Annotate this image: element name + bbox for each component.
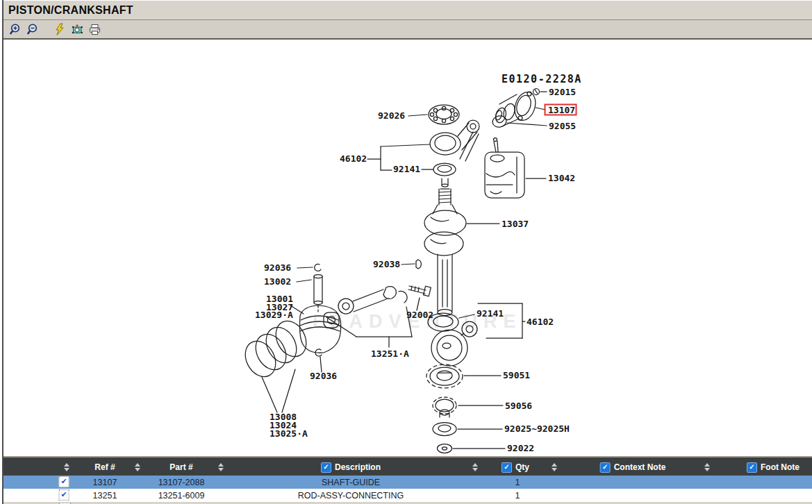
part-label-highlighted[interactable]: 13107 xyxy=(548,105,575,115)
zoom-out-button[interactable] xyxy=(25,22,40,37)
table-header: Ref # Part # Description Qty Context Not… xyxy=(3,456,812,477)
piston-crankshaft-diagram: LEADVENTURE E0120-2228A xyxy=(3,40,812,456)
parts-catalog-window: { "window": { "title": "PISTON/CRANKSHAF… xyxy=(0,0,812,504)
crankcase-block-13042 xyxy=(485,138,546,199)
part-label: 92036 xyxy=(310,371,337,381)
toolbar xyxy=(3,20,812,40)
cell-qty: 1 xyxy=(515,476,520,489)
crankshaft-13037 xyxy=(424,189,499,316)
parts-table: Ref # Part # Description Qty Context Not… xyxy=(3,456,812,504)
cell-part: 13107-2088 xyxy=(158,476,205,489)
gear-59056 xyxy=(433,397,503,417)
hotspot-parts-button[interactable] xyxy=(69,22,85,37)
column-header-part[interactable]: Part # xyxy=(169,457,192,477)
part-label: 13042 xyxy=(548,173,575,183)
part-label: 13002 xyxy=(264,276,291,287)
part-label: 92141 xyxy=(477,308,504,319)
drawing-code: E0120-2228A xyxy=(502,73,582,85)
cell-description: ROD-ASSY-CONNECTING xyxy=(298,489,404,502)
clip-92036-top xyxy=(297,264,321,271)
part-label: 92038 xyxy=(373,259,400,269)
checked-note-icon[interactable] xyxy=(59,489,69,501)
cell-ref: 13107 xyxy=(93,476,117,489)
part-label: 92022 xyxy=(507,443,534,453)
checkbox-icon[interactable] xyxy=(600,462,611,473)
checkbox-icon[interactable] xyxy=(502,462,512,473)
part-label: 13029·A xyxy=(255,310,293,320)
part-label: 92055 xyxy=(549,121,576,131)
sort-control[interactable] xyxy=(135,457,140,477)
part-label: 59051 xyxy=(503,370,530,380)
part-label: 92002 xyxy=(406,310,433,320)
checkbox-icon[interactable] xyxy=(747,462,757,473)
column-header-description[interactable]: Description xyxy=(321,457,381,477)
sort-control[interactable] xyxy=(64,457,69,477)
part-label: 92141 xyxy=(393,164,420,174)
part-label: 92026 xyxy=(378,110,405,121)
part-label: 92025~92025H xyxy=(504,423,570,434)
zoom-out-icon xyxy=(26,23,40,36)
lightning-button[interactable] xyxy=(52,22,67,37)
washer-92025 xyxy=(433,423,502,436)
column-header-context-note[interactable]: Context Note xyxy=(600,457,666,477)
pin-92038 xyxy=(401,260,421,269)
cell-part: 13251-6009 xyxy=(158,489,205,502)
hotspot-parts-icon xyxy=(71,23,84,36)
sort-control[interactable] xyxy=(472,457,478,477)
part-label: 92036 xyxy=(264,262,291,273)
checked-note-icon[interactable] xyxy=(59,476,69,487)
cell-ref: 13251 xyxy=(93,489,117,502)
connecting-rod-top xyxy=(430,120,479,161)
shaft-guide-assembly xyxy=(492,89,547,128)
sort-control[interactable] xyxy=(218,457,224,477)
lightning-icon xyxy=(53,23,67,36)
part-label: 92015 xyxy=(549,87,576,97)
cell-description: SHAFT-GUIDE xyxy=(322,476,380,489)
print-icon xyxy=(88,23,101,36)
sort-control[interactable] xyxy=(552,457,557,477)
part-label: 46102 xyxy=(340,153,367,164)
part-label: 13251·A xyxy=(371,348,409,359)
column-header-ref[interactable]: Ref # xyxy=(94,457,115,477)
bearing-92026 xyxy=(408,105,459,124)
washer-92141-top xyxy=(433,163,456,187)
table-row[interactable]: 13251 13251-6009 ROD-ASSY-CONNECTING 1 xyxy=(3,489,812,502)
diagram-canvas[interactable]: LEADVENTURE E0120-2228A xyxy=(3,40,812,456)
column-header-qty[interactable]: Qty xyxy=(502,457,529,477)
table-row-selected[interactable]: 13107 13107-2088 SHAFT-GUIDE 1 xyxy=(3,476,812,489)
zoom-in-icon xyxy=(9,23,22,36)
cell-qty: 1 xyxy=(515,489,520,502)
piston-pin-13002 xyxy=(297,275,322,314)
zoom-in-button[interactable] xyxy=(8,22,23,37)
part-label: 59056 xyxy=(505,401,532,411)
part-label: 46102 xyxy=(527,317,554,327)
checkbox-icon[interactable] xyxy=(321,462,331,473)
page-title: PISTON/CRANKSHAFT xyxy=(3,4,133,17)
part-label: 13037 xyxy=(502,219,529,229)
washer-92022 xyxy=(438,444,506,453)
print-button[interactable] xyxy=(87,22,102,37)
part-labels: 9201513107920559202646102921411304213037… xyxy=(255,87,576,453)
column-header-foot-note[interactable]: Foot Note xyxy=(747,457,799,477)
part-label: 13025·A xyxy=(270,428,308,439)
sort-control[interactable] xyxy=(704,457,710,477)
title-bar: PISTON/CRANKSHAFT xyxy=(3,0,812,21)
gear-59051 xyxy=(426,364,501,388)
